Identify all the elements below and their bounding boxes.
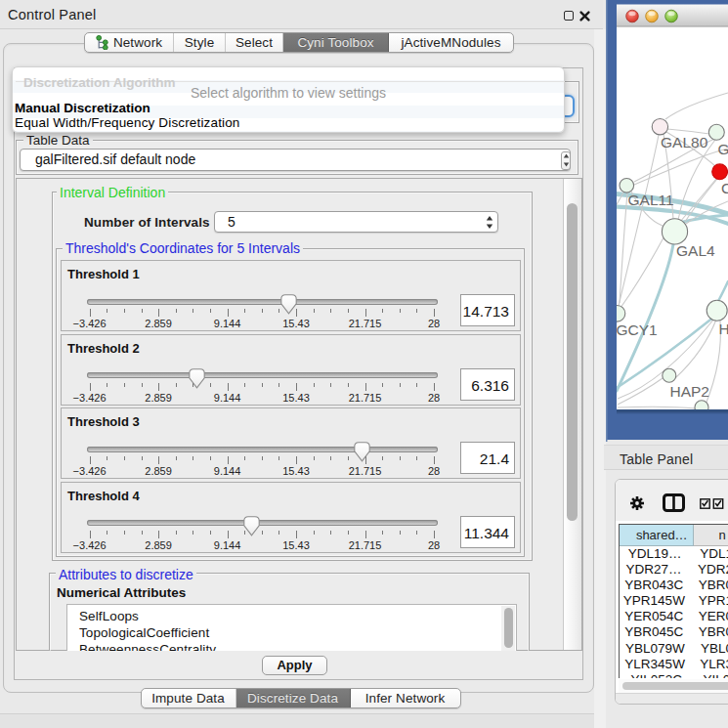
- svg-text:H: H: [719, 321, 728, 337]
- svg-text:G.: G.: [718, 141, 728, 157]
- svg-text:GAL11: GAL11: [628, 192, 674, 208]
- svg-text:C: C: [721, 180, 728, 196]
- svg-text:GCY1: GCY1: [617, 321, 658, 338]
- svg-text:HAP2: HAP2: [670, 383, 710, 400]
- svg-text:GAL4: GAL4: [676, 242, 715, 259]
- svg-text:GAL80: GAL80: [661, 134, 708, 150]
